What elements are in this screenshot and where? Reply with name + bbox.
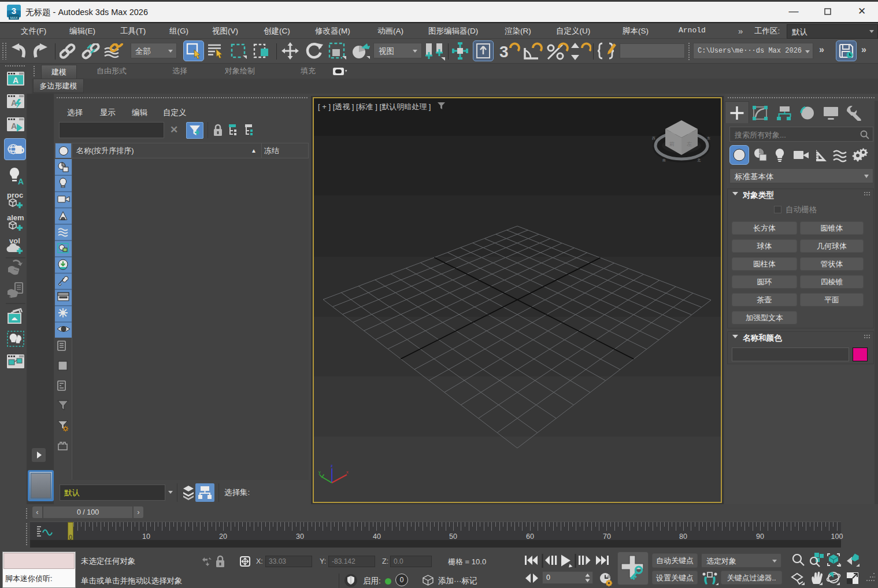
svg-text:80: 80 — [679, 532, 687, 541]
svg-text:A: A — [18, 177, 24, 186]
svg-text:y: y — [318, 469, 321, 475]
svg-text:60: 60 — [526, 532, 534, 541]
svg-text:z: z — [331, 463, 333, 468]
svg-text:20: 20 — [219, 532, 227, 541]
svg-text:30: 30 — [296, 532, 304, 541]
svg-text:前: 前 — [669, 141, 675, 147]
svg-text:40: 40 — [373, 532, 381, 541]
svg-text:3: 3 — [499, 43, 509, 61]
svg-text:北: 北 — [697, 158, 701, 162]
svg-text:x: x — [346, 469, 349, 475]
svg-text:90: 90 — [756, 532, 764, 541]
svg-text:proc: proc — [7, 191, 23, 199]
svg-text:东: 东 — [707, 136, 710, 140]
svg-text:alem: alem — [7, 213, 24, 222]
svg-text:100: 100 — [831, 532, 843, 541]
svg-text:MAX: MAX — [10, 16, 17, 20]
svg-text:左: 左 — [687, 141, 692, 147]
svg-text:南: 南 — [662, 158, 666, 162]
svg-text:70: 70 — [603, 532, 611, 541]
svg-text:3: 3 — [12, 6, 16, 16]
svg-text:10: 10 — [142, 532, 150, 541]
svg-text:A: A — [13, 76, 18, 85]
svg-text:50: 50 — [449, 532, 457, 541]
svg-text:A: A — [11, 121, 17, 131]
svg-text:西: 西 — [652, 136, 655, 140]
